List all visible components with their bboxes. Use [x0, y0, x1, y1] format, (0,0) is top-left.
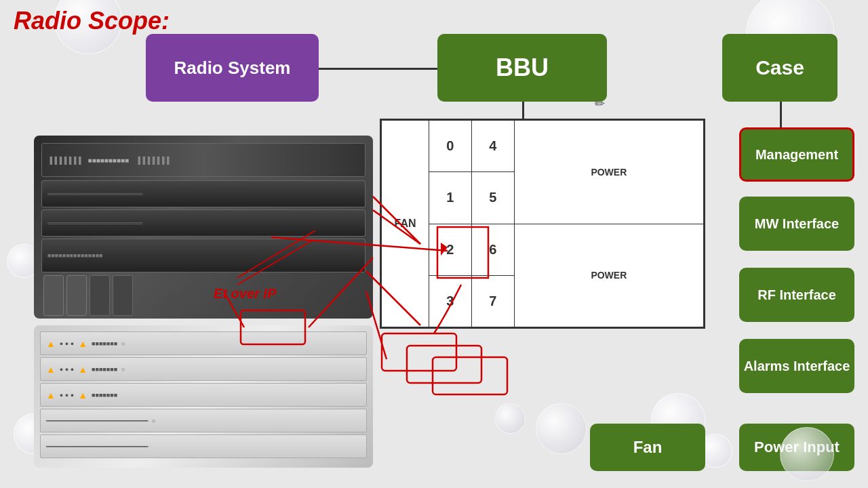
radio-system-button[interactable]: Radio System — [146, 34, 319, 102]
power-label-top: POWER — [514, 121, 703, 224]
rf-interface-button[interactable]: RF Interface — [739, 268, 854, 322]
fan-button[interactable]: Fan — [590, 424, 705, 471]
cell-5: 5 — [471, 172, 514, 224]
connector-case-right — [780, 102, 782, 130]
svg-rect-7 — [382, 333, 456, 371]
alarms-interface-button[interactable]: Alarms Interface — [739, 339, 854, 393]
bbu-button[interactable]: BBU — [437, 34, 607, 102]
radio-scope-label: Radio Scope: — [14, 7, 170, 35]
cell-6: 6 — [471, 224, 514, 275]
bubble-bottom-2 — [536, 403, 587, 454]
connector-radio-bbu — [319, 68, 439, 70]
svg-rect-8 — [407, 346, 481, 383]
pencil-cursor: ✏ — [595, 96, 605, 111]
equipment-image-bottom: ▲ ● ● ● ▲ ■■■■■■■ ○ ▲ ● ● ● ▲ ■■■■■■■ ○ … — [34, 325, 373, 468]
cell-4: 4 — [471, 121, 514, 172]
mw-interface-button[interactable]: MW Interface — [739, 197, 854, 251]
bubble-bottom-1 — [495, 403, 526, 434]
case-button[interactable]: Case — [722, 34, 837, 102]
fan-label: FAN — [382, 121, 429, 327]
cell-3: 3 — [429, 275, 472, 327]
page-title: Radio Scope: — [14, 7, 170, 35]
cell-7: 7 — [471, 275, 514, 327]
power-label-bottom: POWER — [514, 224, 703, 327]
management-button[interactable]: Management — [739, 127, 854, 182]
cell-1: 1 — [429, 172, 472, 224]
equipment-image-top: ▐▐▐▐▐▐▐ ■■■■■■■■■■ ▐▐▐▐▐▐▐ ═════════════… — [34, 136, 373, 319]
svg-rect-9 — [433, 357, 507, 394]
bubble-bottom-3 — [780, 427, 834, 481]
cell-2: 2 — [429, 224, 472, 275]
cell-0: 0 — [429, 121, 472, 172]
bbu-grid: FAN 0 4 POWER 1 5 2 6 POWER 3 7 — [380, 119, 705, 329]
